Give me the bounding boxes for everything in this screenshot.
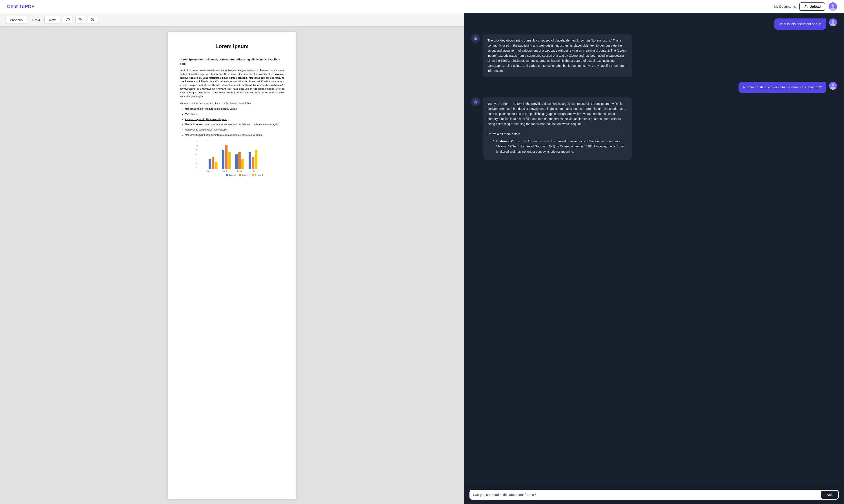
- svg-point-26: [476, 102, 477, 103]
- svg-point-25: [475, 102, 475, 103]
- bot-message-2: Yes, you're right. The text in the provi…: [471, 97, 837, 160]
- svg-point-17: [476, 38, 477, 39]
- robot-icon-2: [473, 99, 478, 104]
- bar-row1-col2: [212, 157, 214, 169]
- user-bubble-2: hmm interesting, explain it to me more -…: [739, 82, 826, 93]
- chart-legend: Column 1 Column 2 Column 3: [201, 174, 263, 176]
- pdf-page-title: Lorem ipsum: [180, 42, 284, 50]
- bar-row1-col3: [215, 162, 217, 169]
- previous-button[interactable]: Previous: [5, 16, 27, 24]
- pdf-panel: Previous 1 of 4 Next: [0, 13, 464, 504]
- list-item: Morbi viverra semper lorem nec molestie.: [185, 128, 284, 131]
- chart-group-row1: [209, 157, 221, 169]
- chart-container: 121086420: [201, 140, 263, 176]
- user-message-1: What is this document about?: [471, 18, 837, 30]
- list-item: Aenean congue fringilla justo ut aliquam…: [185, 118, 284, 121]
- header: Chat ToPDF My Documents Upload: [0, 0, 844, 13]
- chart-group-row2: [222, 145, 234, 169]
- bar-row1-col1: [209, 159, 211, 169]
- svg-point-16: [475, 38, 475, 39]
- pdf-page: Lorem ipsum Lorem ipsum dolor sit amet, …: [169, 32, 296, 499]
- bar-row4-col1: [249, 152, 251, 169]
- pdf-intro-text: Maecenas mauris lectus, lobortis et puru…: [180, 102, 284, 105]
- legend-col2: Column 2: [239, 174, 249, 176]
- upload-icon: [804, 5, 808, 8]
- robot-icon: [473, 36, 478, 41]
- bar-row3-col3: [241, 159, 244, 169]
- user-avatar-sm-2: [829, 82, 837, 90]
- svg-rect-27: [475, 103, 476, 103]
- refresh-icon: [66, 18, 70, 22]
- user-avatar[interactable]: [829, 2, 837, 11]
- upload-button[interactable]: Upload: [799, 2, 825, 11]
- list-item: Mauris id ex erat. Nunc vulputate neque …: [185, 123, 284, 126]
- svg-rect-23: [474, 101, 478, 104]
- pdf-section-heading: Lorem ipsum dolor sit amet, consectetur …: [180, 57, 284, 66]
- chart-group-row4: [249, 150, 261, 169]
- svg-point-12: [832, 20, 834, 23]
- legend-col1: Column 1: [226, 174, 236, 176]
- upload-label: Upload: [809, 5, 821, 8]
- chart-group-row3: [235, 152, 248, 169]
- pdf-content-area: Lorem ipsum Lorem ipsum dolor sit amet, …: [0, 26, 464, 504]
- bot-bubble-2: Yes, you're right. The text in the provi…: [483, 97, 632, 160]
- list-item: Nulla facilisi.: [185, 112, 284, 116]
- logo: Chat ToPDF: [7, 4, 34, 10]
- zoom-out-button[interactable]: [88, 16, 98, 24]
- page-info: 1 of 4: [30, 18, 42, 22]
- chart-area: [207, 140, 263, 169]
- main-layout: Previous 1 of 4 Next: [0, 13, 844, 504]
- user-avatar-sm-1: [829, 18, 837, 26]
- chat-input-row: Ask: [470, 490, 839, 500]
- bot-message-1: The provided document is primarily compo…: [471, 34, 837, 77]
- ask-button[interactable]: Ask: [821, 491, 838, 499]
- list-item: Maecenas non lorem quis tellus placerat …: [185, 107, 284, 111]
- bar-row4-col2: [252, 157, 254, 169]
- bar-row2-col3: [228, 152, 231, 169]
- logo-accent: PDF: [24, 4, 34, 9]
- chart-x-labels: Row 1Row 2Row 3Row 4: [201, 170, 263, 173]
- bar-row2-col2: [225, 145, 228, 169]
- refresh-button[interactable]: [63, 16, 73, 24]
- chat-panel: What is this document about?: [464, 13, 844, 504]
- bar-row3-col1: [235, 155, 238, 169]
- pdf-bullet-list: Maecenas non lorem quis tellus placerat …: [185, 107, 284, 137]
- chat-input-area: Ask: [464, 486, 844, 504]
- zoom-in-icon: [78, 18, 82, 22]
- svg-line-5: [81, 20, 82, 21]
- user-bubble-1: What is this document about?: [774, 18, 826, 30]
- user-message-2: hmm interesting, explain it to me more -…: [471, 82, 837, 93]
- svg-line-9: [93, 20, 94, 21]
- zoom-out-icon: [91, 18, 94, 22]
- bar-row4-col3: [255, 150, 257, 169]
- chart-y-labels: 121086420: [196, 140, 198, 169]
- header-right: My Documents Upload: [774, 2, 837, 11]
- bot-bubble-1: The provided document is primarily compo…: [483, 34, 632, 77]
- bot-icon-2: [471, 97, 480, 106]
- pdf-paragraph-1: Vestibulum neque massa, scelerisque sit …: [180, 69, 284, 98]
- chat-messages: What is this document about?: [464, 13, 844, 486]
- svg-point-21: [832, 84, 834, 86]
- chat-input[interactable]: [473, 491, 821, 499]
- zoom-in-button[interactable]: [75, 16, 85, 24]
- legend-col3: Column 3: [252, 174, 263, 176]
- bar-row3-col2: [238, 152, 241, 169]
- svg-point-2: [831, 4, 834, 7]
- pdf-toolbar: Previous 1 of 4 Next: [0, 13, 464, 26]
- svg-rect-14: [474, 38, 478, 40]
- next-button[interactable]: Next: [45, 16, 60, 24]
- list-item: Maecenas tincidunt est efficitur ligula …: [185, 133, 284, 137]
- bot-icon-1: [471, 34, 480, 43]
- bar-row2-col1: [222, 150, 224, 169]
- my-documents-button[interactable]: My Documents: [774, 5, 796, 8]
- logo-text: Chat To: [7, 4, 24, 9]
